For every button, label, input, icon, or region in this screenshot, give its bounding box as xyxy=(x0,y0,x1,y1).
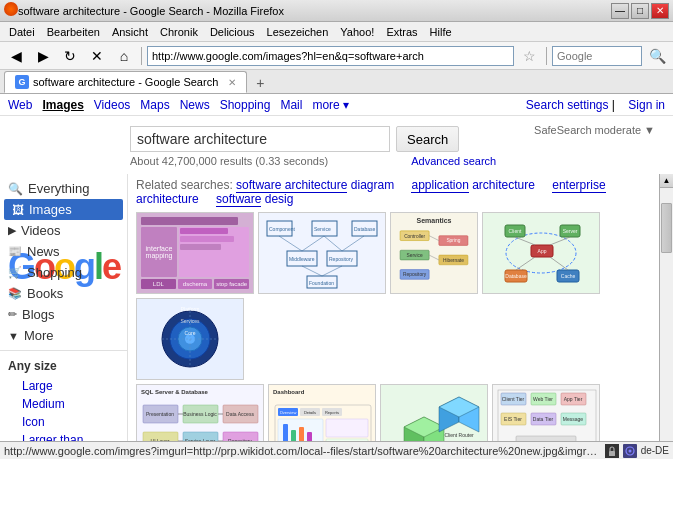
sidebar-label-videos: Videos xyxy=(21,223,61,238)
statusbar: http://www.google.com/imgres?imgurl=http… xyxy=(0,441,673,459)
advanced-search-link[interactable]: Advanced search xyxy=(411,155,496,167)
nav-web[interactable]: Web xyxy=(8,98,32,112)
result-stats-row: About 42,700,000 results (0.33 seconds) … xyxy=(130,155,673,167)
google-nav-right: Search settings | Sign in xyxy=(516,98,665,112)
toolbar-separator2 xyxy=(546,47,547,65)
svg-text:Business Logic: Business Logic xyxy=(183,411,217,417)
nav-separator: | xyxy=(612,98,618,112)
sidebar-filter-medium[interactable]: Medium xyxy=(0,395,127,413)
sidebar-item-more[interactable]: ▼ More xyxy=(0,325,127,346)
sidebar-item-everything[interactable]: 🔍 Everything xyxy=(0,178,127,199)
sidebar-filter-large[interactable]: Large xyxy=(0,377,127,395)
image-thumb-5[interactable]: Platform Services Core xyxy=(136,298,244,380)
stop-button[interactable]: ✕ xyxy=(85,45,109,67)
sidebar-item-blogs[interactable]: ✏ Blogs xyxy=(0,304,127,325)
menu-hilfe[interactable]: Hilfe xyxy=(425,25,457,39)
tab-google-search[interactable]: G software architecture - Google Search … xyxy=(4,71,247,93)
svg-text:Repository: Repository xyxy=(329,256,353,262)
menu-extras[interactable]: Extras xyxy=(381,25,422,39)
nav-shopping[interactable]: Shopping xyxy=(220,98,271,112)
back-button[interactable]: ◀ xyxy=(4,45,28,67)
svg-line-14 xyxy=(324,236,342,251)
related-software-design[interactable]: software desig xyxy=(216,192,293,206)
scrollbar[interactable]: ▲ ▼ xyxy=(659,174,673,459)
nav-news[interactable]: News xyxy=(180,98,210,112)
svg-point-151 xyxy=(628,449,631,452)
related-application-architecture[interactable]: application architecture xyxy=(411,178,534,192)
menu-datei[interactable]: Datei xyxy=(4,25,40,39)
image-thumb-3[interactable]: Semantics Controller Service Repository … xyxy=(390,212,478,294)
sidebar-label-news: News xyxy=(27,244,60,259)
news-icon: 📰 xyxy=(8,245,22,258)
svg-text:Spring: Spring xyxy=(446,238,460,243)
home-button[interactable]: ⌂ xyxy=(112,45,136,67)
svg-text:Client Tier: Client Tier xyxy=(502,396,525,402)
svg-text:App Tier: App Tier xyxy=(564,396,583,402)
menu-delicious[interactable]: Delicious xyxy=(205,25,260,39)
image-thumb-4[interactable]: Client Server Database Cache App xyxy=(482,212,600,294)
blogs-icon: ✏ xyxy=(8,308,17,321)
svg-text:Details: Details xyxy=(304,410,316,415)
close-button[interactable]: ✕ xyxy=(651,3,669,19)
sidebar-label-everything: Everything xyxy=(28,181,89,196)
sidebar: 🔍 Everything 🖼 Images ▶ Videos 📰 News 🛒 … xyxy=(0,174,128,459)
result-stats: About 42,700,000 results (0.33 seconds) xyxy=(130,155,328,167)
search-button[interactable]: Search xyxy=(396,126,459,152)
sidebar-item-images[interactable]: 🖼 Images xyxy=(4,199,123,220)
status-url: http://www.google.com/imgres?imgurl=http… xyxy=(4,445,601,457)
forward-button[interactable]: ▶ xyxy=(31,45,55,67)
svg-line-12 xyxy=(279,236,302,251)
window-title: software architecture - Google Search - … xyxy=(18,5,611,17)
menu-ansicht[interactable]: Ansicht xyxy=(107,25,153,39)
sidebar-divider xyxy=(0,350,127,351)
menu-bar: Datei Bearbeiten Ansicht Chronik Delicio… xyxy=(0,22,673,42)
tab-close-icon[interactable]: ✕ xyxy=(228,77,236,88)
sidebar-item-shopping[interactable]: 🛒 Shopping xyxy=(0,262,127,283)
nav-images[interactable]: Images xyxy=(42,98,83,112)
shopping-icon: 🛒 xyxy=(8,266,22,279)
scroll-up-button[interactable]: ▲ xyxy=(660,174,673,188)
browser-search-button[interactable]: 🔍 xyxy=(645,45,669,67)
sidebar-item-videos[interactable]: ▶ Videos xyxy=(0,220,127,241)
books-icon: 📚 xyxy=(8,287,22,300)
svg-line-29 xyxy=(429,255,439,260)
nav-more[interactable]: more ▾ xyxy=(312,98,349,112)
search-settings-link[interactable]: Search settings xyxy=(526,98,609,112)
safesearch-control[interactable]: SafeSearch moderate ▼ xyxy=(534,124,655,136)
scroll-thumb[interactable] xyxy=(661,203,672,253)
related-searches: Related searches: software architecture … xyxy=(136,178,651,206)
search-input[interactable] xyxy=(130,126,390,152)
menu-lesezeichen[interactable]: Lesezeichen xyxy=(262,25,334,39)
related-software-architecture-diagram[interactable]: software architecture diagram xyxy=(236,178,394,192)
svg-text:Hibernate: Hibernate xyxy=(443,258,464,263)
status-flags: de-DE xyxy=(605,444,669,458)
minimize-button[interactable]: — xyxy=(611,3,629,19)
nav-videos[interactable]: Videos xyxy=(94,98,130,112)
reload-button[interactable]: ↻ xyxy=(58,45,82,67)
bookmark-star[interactable]: ☆ xyxy=(517,45,541,67)
address-bar[interactable] xyxy=(147,46,514,66)
maximize-button[interactable]: □ xyxy=(631,3,649,19)
svg-rect-149 xyxy=(609,451,615,456)
svg-text:Data Tier: Data Tier xyxy=(533,416,554,422)
image-thumb-1[interactable]: interfacemapping LDL dschema stop facade xyxy=(136,212,254,294)
nav-maps[interactable]: Maps xyxy=(140,98,169,112)
image-thumb-2[interactable]: Component Service Database Middleware Re… xyxy=(258,212,386,294)
browser-search-input[interactable] xyxy=(552,46,642,66)
svg-line-15 xyxy=(342,236,364,251)
sidebar-item-news[interactable]: 📰 News xyxy=(0,241,127,262)
sidebar-label-more: More xyxy=(24,328,54,343)
sidebar-size-section: Any size xyxy=(0,355,127,377)
svg-text:Overview: Overview xyxy=(280,410,297,415)
menu-bearbeiten[interactable]: Bearbeiten xyxy=(42,25,105,39)
menu-yahoo[interactable]: Yahoo! xyxy=(335,25,379,39)
sidebar-filter-icon[interactable]: Icon xyxy=(0,413,127,431)
sidebar-item-books[interactable]: 📚 Books xyxy=(0,283,127,304)
svg-text:Client Router: Client Router xyxy=(444,432,474,438)
nav-mail[interactable]: Mail xyxy=(280,98,302,112)
sign-in-link[interactable]: Sign in xyxy=(628,98,665,112)
new-tab-button[interactable]: + xyxy=(250,73,270,93)
menu-chronik[interactable]: Chronik xyxy=(155,25,203,39)
tab-bar: G software architecture - Google Search … xyxy=(0,70,673,94)
svg-text:App: App xyxy=(538,248,547,254)
